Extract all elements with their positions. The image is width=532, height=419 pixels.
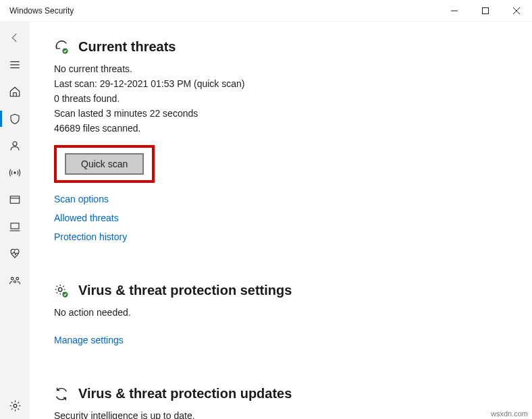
svg-point-16 [14,404,17,408]
layout: Current threats No current threats. Last… [0,22,532,419]
sidebar [0,22,30,419]
no-threats-text: No current threats. [54,61,532,76]
watermark: wsxdn.com [491,410,528,418]
settings-section: Virus & threat protection settings No ac… [54,283,532,345]
svg-point-8 [14,172,16,173]
settings-body-text: No action needed. [54,305,532,320]
close-button[interactable] [501,0,532,22]
sidebar-item-settings[interactable] [0,392,30,419]
svg-rect-11 [11,223,19,229]
updates-heading: Virus & threat protection updates [78,386,292,401]
protection-history-link[interactable]: Protection history [54,231,532,242]
sidebar-item-account[interactable] [0,132,30,159]
current-threats-section: Current threats No current threats. Last… [54,39,532,242]
svg-point-7 [13,142,17,146]
scan-duration-text: Scan lasted 3 minutes 22 seconds [54,106,532,121]
sidebar-item-performance[interactable] [0,240,30,267]
files-scanned-text: 46689 files scanned. [54,121,532,136]
updates-body-text: Security intelligence is up to date. [54,408,532,419]
sidebar-item-family[interactable] [0,267,30,294]
current-threats-heading: Current threats [78,39,176,55]
last-scan-text: Last scan: 29-12-2021 01:53 PM (quick sc… [54,76,532,91]
sidebar-item-virus[interactable] [0,105,30,132]
minimize-button[interactable] [439,0,470,22]
svg-point-14 [16,277,19,280]
svg-point-15 [14,281,16,283]
svg-point-18 [58,287,62,291]
back-button[interactable] [0,24,30,51]
refresh-shield-icon [54,40,69,55]
svg-rect-9 [10,196,20,204]
sidebar-item-home[interactable] [0,78,30,105]
threats-found-text: 0 threats found. [54,91,532,106]
content: Current threats No current threats. Last… [30,22,532,419]
sync-icon [54,387,69,401]
window-buttons [439,0,532,22]
menu-button[interactable] [0,51,30,78]
settings-heading: Virus & threat protection settings [78,283,292,298]
titlebar: Windows Security [0,0,532,22]
quick-scan-button[interactable]: Quick scan [65,153,144,175]
sidebar-item-firewall[interactable] [0,159,30,186]
updates-section: Virus & threat protection updates Securi… [54,386,532,419]
quick-scan-highlight: Quick scan [54,145,155,183]
sidebar-item-app-browser[interactable] [0,186,30,213]
window-title: Windows Security [0,6,74,16]
manage-settings-link[interactable]: Manage settings [54,335,532,345]
svg-point-13 [11,277,14,280]
svg-rect-1 [483,7,489,13]
sidebar-item-device-security[interactable] [0,213,30,240]
allowed-threats-link[interactable]: Allowed threats [54,213,532,223]
maximize-button[interactable] [470,0,501,22]
threats-links: Scan options Allowed threats Protection … [54,194,532,242]
gear-check-icon [54,283,69,298]
scan-options-link[interactable]: Scan options [54,194,532,204]
